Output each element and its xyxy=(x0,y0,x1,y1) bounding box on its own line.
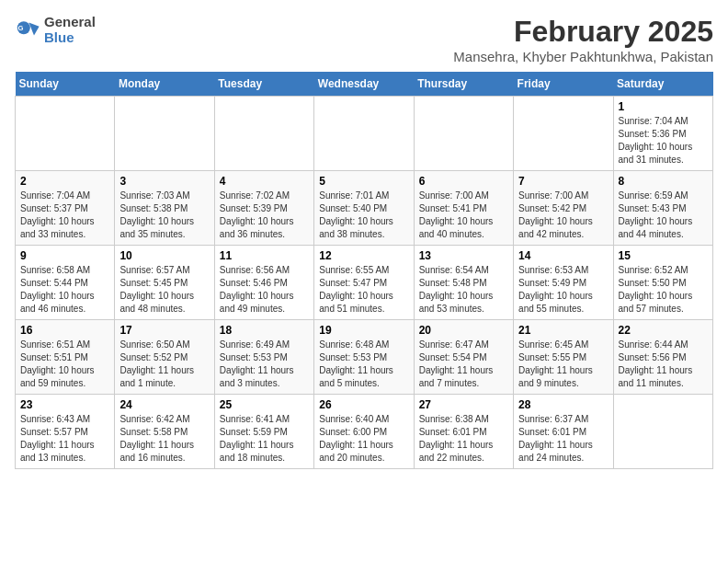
day-number: 7 xyxy=(518,175,608,188)
logo-blue: Blue xyxy=(44,30,96,46)
header-thursday: Thursday xyxy=(414,72,513,97)
calendar-cell: 4Sunrise: 7:02 AM Sunset: 5:39 PM Daylig… xyxy=(214,171,313,246)
day-number: 16 xyxy=(20,324,109,337)
day-number: 27 xyxy=(419,398,508,411)
day-number: 12 xyxy=(319,249,408,262)
cell-content: Sunrise: 6:52 AM Sunset: 5:50 PM Dayligh… xyxy=(619,264,708,316)
cell-content: Sunrise: 6:47 AM Sunset: 5:54 PM Dayligh… xyxy=(419,339,508,390)
calendar-cell: 9Sunrise: 6:58 AM Sunset: 5:44 PM Daylig… xyxy=(16,246,115,320)
day-number: 21 xyxy=(518,324,608,337)
day-number: 22 xyxy=(619,324,708,337)
day-number: 28 xyxy=(518,398,608,411)
cell-content: Sunrise: 6:41 AM Sunset: 5:59 PM Dayligh… xyxy=(220,413,309,465)
calendar-cell: 27Sunrise: 6:38 AM Sunset: 6:01 PM Dayli… xyxy=(414,395,513,469)
calendar-cell: 5Sunrise: 7:01 AM Sunset: 5:40 PM Daylig… xyxy=(314,171,414,246)
calendar-cell: 7Sunrise: 7:00 AM Sunset: 5:42 PM Daylig… xyxy=(514,171,613,246)
day-number: 17 xyxy=(119,324,209,337)
calendar-cell: 16Sunrise: 6:51 AM Sunset: 5:51 PM Dayli… xyxy=(16,320,115,395)
calendar-cell: 21Sunrise: 6:45 AM Sunset: 5:55 PM Dayli… xyxy=(514,320,613,395)
cell-content: Sunrise: 6:38 AM Sunset: 6:01 PM Dayligh… xyxy=(419,413,508,465)
calendar-cell xyxy=(414,97,513,171)
calendar-cell: 1Sunrise: 7:04 AM Sunset: 5:36 PM Daylig… xyxy=(613,97,712,171)
day-number: 13 xyxy=(419,249,508,262)
week-row-3: 9Sunrise: 6:58 AM Sunset: 5:44 PM Daylig… xyxy=(16,246,713,320)
cell-content: Sunrise: 7:04 AM Sunset: 5:37 PM Dayligh… xyxy=(20,190,109,241)
calendar-cell: 2Sunrise: 7:04 AM Sunset: 5:37 PM Daylig… xyxy=(16,171,115,246)
day-number: 25 xyxy=(220,398,309,411)
calendar-cell xyxy=(314,97,414,171)
calendar-cell: 20Sunrise: 6:47 AM Sunset: 5:54 PM Dayli… xyxy=(414,320,513,395)
calendar-cell: 22Sunrise: 6:44 AM Sunset: 5:56 PM Dayli… xyxy=(613,320,712,395)
day-number: 3 xyxy=(119,175,209,188)
cell-content: Sunrise: 7:04 AM Sunset: 5:36 PM Dayligh… xyxy=(619,115,708,167)
cell-content: Sunrise: 6:37 AM Sunset: 6:01 PM Dayligh… xyxy=(518,413,608,465)
day-number: 23 xyxy=(20,398,109,411)
day-number: 18 xyxy=(220,324,309,337)
calendar-cell: 25Sunrise: 6:41 AM Sunset: 5:59 PM Dayli… xyxy=(214,395,313,469)
calendar-cell: 15Sunrise: 6:52 AM Sunset: 5:50 PM Dayli… xyxy=(613,246,712,320)
day-number: 1 xyxy=(619,100,708,113)
day-number: 20 xyxy=(419,324,508,337)
day-number: 11 xyxy=(220,249,309,262)
cell-content: Sunrise: 7:00 AM Sunset: 5:42 PM Dayligh… xyxy=(518,190,608,241)
calendar-cell: 8Sunrise: 6:59 AM Sunset: 5:43 PM Daylig… xyxy=(613,171,712,246)
calendar-cell: 17Sunrise: 6:50 AM Sunset: 5:52 PM Dayli… xyxy=(115,320,214,395)
calendar-table: Sunday Monday Tuesday Wednesday Thursday… xyxy=(15,72,713,469)
header-monday: Monday xyxy=(115,72,214,97)
calendar-cell: 28Sunrise: 6:37 AM Sunset: 6:01 PM Dayli… xyxy=(514,395,613,469)
calendar-cell xyxy=(613,395,712,469)
day-number: 19 xyxy=(319,324,408,337)
day-number: 8 xyxy=(619,175,708,188)
header-sunday: Sunday xyxy=(16,72,115,97)
calendar-cell: 24Sunrise: 6:42 AM Sunset: 5:58 PM Dayli… xyxy=(115,395,214,469)
day-number: 14 xyxy=(518,249,608,262)
svg-marker-2 xyxy=(28,22,39,35)
header-saturday: Saturday xyxy=(613,72,712,97)
day-number: 9 xyxy=(20,249,109,262)
calendar-cell: 6Sunrise: 7:00 AM Sunset: 5:41 PM Daylig… xyxy=(414,171,513,246)
day-number: 6 xyxy=(419,175,508,188)
calendar-cell xyxy=(514,97,613,171)
calendar-cell xyxy=(16,97,115,171)
calendar-cell xyxy=(214,97,313,171)
cell-content: Sunrise: 6:55 AM Sunset: 5:47 PM Dayligh… xyxy=(319,264,408,316)
cell-content: Sunrise: 7:02 AM Sunset: 5:39 PM Dayligh… xyxy=(220,190,309,241)
cell-content: Sunrise: 6:43 AM Sunset: 5:57 PM Dayligh… xyxy=(20,413,109,465)
title-area: February 2025 Mansehra, Khyber Pakhtunkh… xyxy=(453,15,713,64)
calendar-cell: 19Sunrise: 6:48 AM Sunset: 5:53 PM Dayli… xyxy=(314,320,414,395)
cell-content: Sunrise: 7:00 AM Sunset: 5:41 PM Dayligh… xyxy=(419,190,508,241)
cell-content: Sunrise: 6:56 AM Sunset: 5:46 PM Dayligh… xyxy=(220,264,309,316)
header-wednesday: Wednesday xyxy=(314,72,414,97)
calendar-cell: 13Sunrise: 6:54 AM Sunset: 5:48 PM Dayli… xyxy=(414,246,513,320)
header-tuesday: Tuesday xyxy=(214,72,313,97)
cell-content: Sunrise: 6:50 AM Sunset: 5:52 PM Dayligh… xyxy=(119,339,209,390)
day-number: 10 xyxy=(119,249,209,262)
day-number: 5 xyxy=(319,175,408,188)
cell-content: Sunrise: 6:42 AM Sunset: 5:58 PM Dayligh… xyxy=(119,413,209,465)
logo-general: General xyxy=(44,15,96,30)
day-number: 26 xyxy=(319,398,408,411)
cell-content: Sunrise: 6:58 AM Sunset: 5:44 PM Dayligh… xyxy=(20,264,109,316)
cell-content: Sunrise: 6:45 AM Sunset: 5:55 PM Dayligh… xyxy=(518,339,608,390)
sub-title: Mansehra, Khyber Pakhtunkhwa, Pakistan xyxy=(453,49,713,64)
day-number: 15 xyxy=(619,249,708,262)
week-row-4: 16Sunrise: 6:51 AM Sunset: 5:51 PM Dayli… xyxy=(16,320,713,395)
cell-content: Sunrise: 6:53 AM Sunset: 5:49 PM Dayligh… xyxy=(518,264,608,316)
cell-content: Sunrise: 6:44 AM Sunset: 5:56 PM Dayligh… xyxy=(619,339,708,390)
cell-content: Sunrise: 6:40 AM Sunset: 6:00 PM Dayligh… xyxy=(319,413,408,465)
cell-content: Sunrise: 6:51 AM Sunset: 5:51 PM Dayligh… xyxy=(20,339,109,390)
calendar-cell: 3Sunrise: 7:03 AM Sunset: 5:38 PM Daylig… xyxy=(115,171,214,246)
logo: G General Blue xyxy=(15,15,96,45)
day-number: 4 xyxy=(220,175,309,188)
header-friday: Friday xyxy=(514,72,613,97)
calendar-cell: 10Sunrise: 6:57 AM Sunset: 5:45 PM Dayli… xyxy=(115,246,214,320)
week-row-2: 2Sunrise: 7:04 AM Sunset: 5:37 PM Daylig… xyxy=(16,171,713,246)
header: G General Blue February 2025 Mansehra, K… xyxy=(15,15,713,64)
svg-text:G: G xyxy=(18,24,24,32)
cell-content: Sunrise: 6:59 AM Sunset: 5:43 PM Dayligh… xyxy=(619,190,708,241)
week-row-5: 23Sunrise: 6:43 AM Sunset: 5:57 PM Dayli… xyxy=(16,395,713,469)
calendar-cell: 11Sunrise: 6:56 AM Sunset: 5:46 PM Dayli… xyxy=(214,246,313,320)
cell-content: Sunrise: 7:01 AM Sunset: 5:40 PM Dayligh… xyxy=(319,190,408,241)
day-number: 24 xyxy=(119,398,209,411)
cell-content: Sunrise: 7:03 AM Sunset: 5:38 PM Dayligh… xyxy=(119,190,209,241)
